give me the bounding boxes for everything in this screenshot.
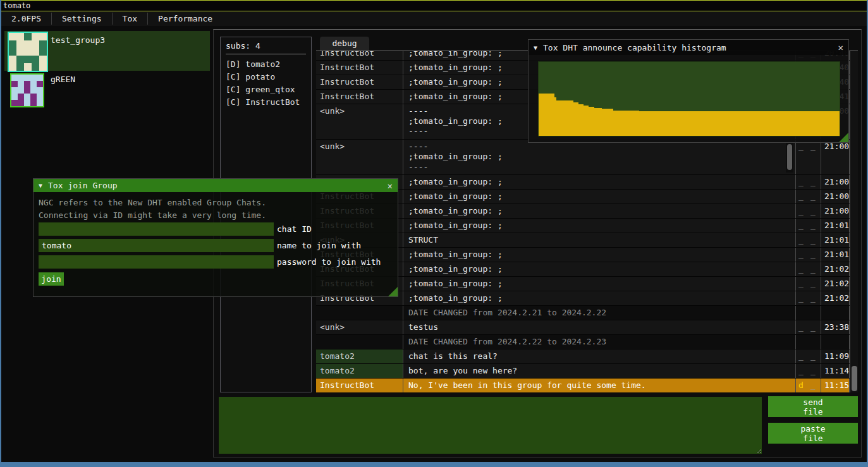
join-button[interactable]: join (39, 272, 64, 286)
message-status-2: _ (808, 262, 821, 276)
message-author: tomato2 (316, 349, 403, 363)
join-group-title: Tox join Group (48, 181, 388, 190)
message-status-2: _ (808, 190, 821, 203)
avatar-pixel (16, 63, 24, 71)
member-item[interactable]: [C] green_qtox (226, 83, 306, 96)
avatar-pixel (39, 56, 47, 63)
member-item[interactable]: [C] potato (226, 71, 306, 83)
message-status-2: _ (808, 364, 821, 378)
message-author (316, 306, 403, 320)
join-field-row: chat ID (39, 222, 312, 236)
histogram-bin (613, 111, 639, 136)
scrollbar-thumb[interactable] (787, 144, 792, 170)
menu-item-settings[interactable]: Settings (52, 11, 112, 26)
message-status-1: _ (795, 320, 808, 334)
avatar-pixel (24, 63, 32, 71)
message-status-2: _ (808, 291, 821, 305)
date-changed-text: DATE CHANGED from 2024.2.22 to 2024.2.23 (403, 335, 795, 349)
join-field-row: password to join with (39, 255, 381, 269)
avatar-pixel (30, 81, 37, 87)
avatar-pixel (9, 56, 16, 63)
histogram-bin (602, 109, 613, 136)
message-status-1: _ (795, 277, 808, 291)
message-status-1: _ (795, 219, 808, 233)
histogram-bin (556, 100, 574, 136)
send-file-button[interactable]: send file (768, 396, 858, 417)
avatar-pixel (39, 33, 47, 40)
resize-grip[interactable] (839, 133, 848, 142)
message-text: ;tomato_in_group: ; (403, 291, 795, 305)
avatar-pixel (9, 63, 16, 71)
message-time: 21:00 (821, 140, 850, 174)
member-item[interactable]: [D] tomato2 (226, 58, 306, 71)
avatar-pixel (24, 48, 32, 56)
group-avatar (10, 73, 44, 107)
message-row[interactable]: <unk>---- ;tomato_in_group: ; ----__21:0… (316, 140, 850, 175)
message-status-1: _ (795, 291, 808, 305)
join-group-titlebar[interactable]: ▼ Tox join Group ✕ (34, 179, 398, 192)
message-status-1: _ (795, 140, 808, 174)
message-time: 21:01 (821, 233, 850, 247)
dht-histogram-titlebar[interactable]: ▼ Tox DHT announce capability histogram … (529, 40, 848, 55)
avatar-pixel (32, 40, 39, 48)
message-status-1 (795, 335, 808, 349)
message-author (316, 335, 403, 349)
collapse-arrow-icon[interactable]: ▼ (39, 182, 42, 189)
avatar-pixel (37, 81, 43, 87)
menu-item-performance[interactable]: Performance (148, 11, 223, 26)
message-author: <unk> (316, 320, 403, 334)
avatar-pixel (32, 48, 39, 56)
message-text: bot, are you new here? (403, 364, 795, 378)
chat-message-input[interactable] (219, 397, 762, 454)
histogram-bin (573, 102, 578, 136)
avatar-pixel (16, 56, 24, 63)
message-text: chat is this real? (403, 349, 795, 363)
avatar-pixel (24, 33, 32, 40)
avatar-pixel (39, 63, 47, 71)
close-icon[interactable]: ✕ (838, 42, 843, 52)
message-row[interactable]: tomato2chat is this real?__11:09 (316, 349, 850, 364)
join-group-description: NGC refers to the New DHT enabled Group … (39, 197, 393, 222)
collapse-arrow-icon[interactable]: ▼ (534, 44, 537, 51)
window-titlebar: tomato (0, 0, 868, 11)
tab-debug[interactable]: debug (320, 37, 369, 51)
message-status-1: _ (795, 262, 808, 276)
message-time: 21:02 (821, 291, 850, 305)
join-input-name-to-join-with[interactable] (39, 239, 274, 252)
menu-item-2-0fps[interactable]: 2.0FPS (1, 11, 51, 26)
avatar-pixel (11, 75, 18, 81)
join-field-row: name to join with (39, 239, 361, 252)
menu-item-tox[interactable]: Tox (113, 11, 147, 26)
message-row[interactable]: InstructBotNo, I've been in this group f… (316, 379, 850, 392)
message-log-scrollbar[interactable] (850, 51, 858, 392)
histogram-bin (584, 106, 589, 136)
message-author: InstructBot (316, 379, 403, 392)
member-item[interactable]: [C] InstructBot (226, 96, 306, 109)
message-row[interactable]: tomato2bot, are you new here?__11:14 (316, 364, 850, 379)
avatar-pixel (11, 94, 18, 100)
histogram-bin (594, 108, 602, 136)
message-status-2: _ (808, 349, 821, 363)
paste-file-button[interactable]: paste file (768, 423, 858, 444)
message-status-1: _ (795, 233, 808, 247)
message-status-2: _ (808, 233, 821, 247)
join-input-chat-id[interactable] (39, 222, 274, 236)
message-row[interactable]: <unk>testus__23:38 (316, 320, 850, 335)
resize-grip[interactable] (388, 287, 398, 296)
message-text: ;tomato_in_group: ; (403, 175, 795, 189)
avatar-pixel (24, 94, 30, 100)
message-text: STRUCT (403, 233, 795, 247)
close-icon[interactable]: ✕ (388, 181, 393, 191)
join-input-password-to-join-with[interactable] (39, 255, 274, 269)
avatar-pixel (11, 87, 18, 94)
scrollbar-thumb[interactable] (852, 366, 857, 391)
group-name: test_group3 (51, 35, 105, 45)
message-cell-scrollbar[interactable] (786, 143, 793, 173)
sidebar-group-test_group3[interactable]: test_group3 (4, 31, 210, 71)
avatar-pixel (18, 94, 24, 100)
histogram-bin (578, 104, 584, 136)
message-time: 21:00 (821, 204, 850, 218)
message-text: ;tomato_in_group: ; (403, 262, 795, 276)
sidebar-group-green[interactable]: gREEN (4, 72, 210, 106)
avatar-pixel (24, 87, 30, 94)
